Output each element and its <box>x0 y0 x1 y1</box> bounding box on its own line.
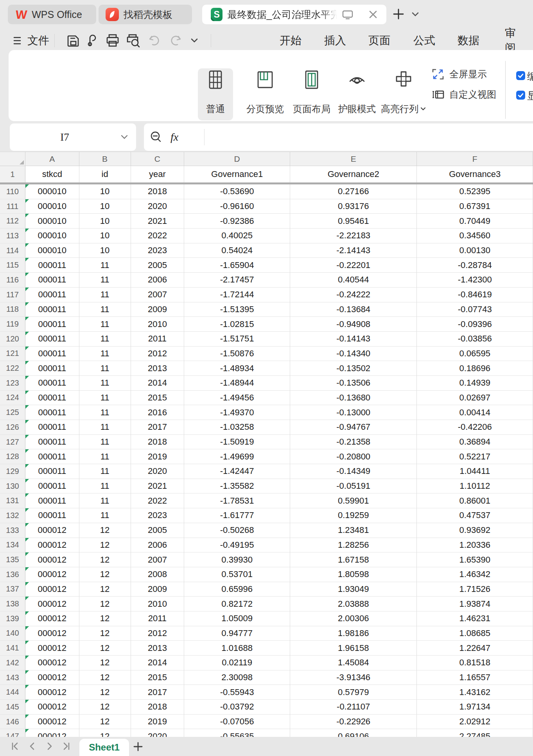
cell[interactable]: 2014 <box>131 656 185 670</box>
cell[interactable]: 0.18696 <box>417 361 533 376</box>
cell[interactable]: 2018 <box>131 435 185 450</box>
cell[interactable]: 1.93049 <box>290 582 417 597</box>
cell[interactable]: 10 <box>79 229 131 243</box>
cell[interactable]: 1.28256 <box>290 538 417 553</box>
cell[interactable]: 1.96158 <box>290 641 417 656</box>
cell[interactable]: 0.40544 <box>290 273 417 288</box>
cell[interactable]: 2009 <box>131 302 185 317</box>
cell[interactable]: 12 <box>79 656 131 670</box>
cell[interactable]: 1.98186 <box>290 626 417 641</box>
row-header-111[interactable]: 111 <box>0 199 25 214</box>
row-header-144[interactable]: 144 <box>0 685 25 700</box>
more-commands-chevron-icon[interactable] <box>190 29 199 52</box>
cell[interactable]: -0.05191 <box>290 479 417 494</box>
cell[interactable]: 2017 <box>131 685 185 700</box>
sheet-tab-sheet1[interactable]: Sheet1 <box>79 739 129 756</box>
cell[interactable]: 12 <box>79 538 131 553</box>
row-header-122[interactable]: 122 <box>0 361 25 376</box>
row-header-145[interactable]: 145 <box>0 700 25 715</box>
select-all-corner[interactable] <box>0 152 25 166</box>
cell[interactable]: 000012 <box>25 611 79 626</box>
cell[interactable]: -3.91346 <box>290 670 417 685</box>
cell[interactable]: -0.42206 <box>417 420 533 435</box>
cell[interactable]: 0.36894 <box>417 435 533 450</box>
cell[interactable]: 000012 <box>25 715 79 729</box>
cell[interactable]: 0.57979 <box>290 685 417 700</box>
cell[interactable]: 0.00130 <box>417 243 533 258</box>
cell[interactable]: -0.50268 <box>184 523 290 538</box>
cell[interactable]: 0.54024 <box>184 243 290 258</box>
cell[interactable]: -1.48934 <box>184 361 290 376</box>
cell[interactable]: 000011 <box>25 273 79 288</box>
cell[interactable]: 2005 <box>131 523 185 538</box>
tab-docer-templates[interactable]: 找稻壳模板 <box>99 5 192 24</box>
cell[interactable]: -0.03792 <box>184 700 290 715</box>
cell[interactable]: 1.23481 <box>290 523 417 538</box>
cell[interactable]: 1.46342 <box>417 567 533 582</box>
cell[interactable]: -0.21107 <box>290 700 417 715</box>
cell[interactable]: 1.93874 <box>417 597 533 611</box>
cell[interactable]: 2020 <box>131 464 185 479</box>
cell[interactable]: 000011 <box>25 405 79 420</box>
cell[interactable]: 2022 <box>131 229 185 243</box>
cell[interactable]: -0.21358 <box>290 435 417 450</box>
cell[interactable]: -1.51395 <box>184 302 290 317</box>
row-header-118[interactable]: 118 <box>0 302 25 317</box>
row-header-142[interactable]: 142 <box>0 656 25 670</box>
cell[interactable]: 12 <box>79 626 131 641</box>
cell[interactable]: 11 <box>79 376 131 391</box>
cell[interactable]: 1.43162 <box>417 685 533 700</box>
row-header-135[interactable]: 135 <box>0 552 25 567</box>
cell[interactable]: -0.96160 <box>184 199 290 214</box>
cell[interactable]: 1.16557 <box>417 670 533 685</box>
cell[interactable]: 000011 <box>25 391 79 406</box>
cell[interactable]: 2021 <box>131 214 185 229</box>
cell[interactable]: 11 <box>79 361 131 376</box>
row-header-125[interactable]: 125 <box>0 405 25 420</box>
cell[interactable]: 000010 <box>25 214 79 229</box>
print-preview-button[interactable] <box>125 29 142 52</box>
row-header-113[interactable]: 113 <box>0 229 25 243</box>
cell[interactable]: 2013 <box>131 641 185 656</box>
cell[interactable]: 2010 <box>131 317 185 332</box>
cell[interactable]: 2012 <box>131 626 185 641</box>
cell[interactable]: 000012 <box>25 670 79 685</box>
cell[interactable]: 12 <box>79 582 131 597</box>
view-button-page-layout[interactable]: 页面布局 <box>293 70 330 115</box>
cell[interactable]: 2018 <box>131 700 185 715</box>
cell[interactable]: 2019 <box>131 449 185 464</box>
cell[interactable]: 2023 <box>131 508 185 523</box>
cell[interactable]: 0.93692 <box>417 523 533 538</box>
prev-sheet-icon[interactable] <box>28 742 36 751</box>
cell[interactable]: -0.92386 <box>184 214 290 229</box>
cell[interactable]: 000011 <box>25 508 79 523</box>
cell[interactable]: 2019 <box>131 715 185 729</box>
cell[interactable]: -1.02815 <box>184 317 290 332</box>
cell[interactable]: 2014 <box>131 376 185 391</box>
row-header-134[interactable]: 134 <box>0 538 25 553</box>
name-box-chevron-icon[interactable] <box>120 134 129 141</box>
add-sheet-icon[interactable] <box>133 742 143 752</box>
cell[interactable]: 2015 <box>131 670 185 685</box>
checkbox-gridlines[interactable] <box>516 91 525 100</box>
cell[interactable]: 0.93176 <box>290 199 417 214</box>
view-button-highlight-row-col[interactable]: 高亮行列 <box>381 70 426 115</box>
row-header-117[interactable]: 117 <box>0 288 25 302</box>
cell[interactable]: 1.67158 <box>290 552 417 567</box>
cell[interactable]: 1.08685 <box>417 626 533 641</box>
cell[interactable]: 0.59901 <box>290 493 417 508</box>
cell[interactable]: 1.10112 <box>417 479 533 494</box>
save-button[interactable] <box>66 29 81 52</box>
header-cell[interactable]: year <box>131 166 185 182</box>
hamburger-menu-icon[interactable] <box>13 36 23 45</box>
cell[interactable]: -1.61777 <box>184 508 290 523</box>
cell[interactable]: 10 <box>79 243 131 258</box>
cell[interactable]: 000012 <box>25 685 79 700</box>
cell[interactable]: 0.27166 <box>290 184 417 199</box>
cell[interactable]: 000012 <box>25 626 79 641</box>
cell[interactable]: 12 <box>79 670 131 685</box>
cell[interactable]: 1.65390 <box>417 552 533 567</box>
cell[interactable]: -0.22201 <box>290 258 417 273</box>
undo-button[interactable] <box>148 29 162 52</box>
row-header-136[interactable]: 136 <box>0 567 25 582</box>
